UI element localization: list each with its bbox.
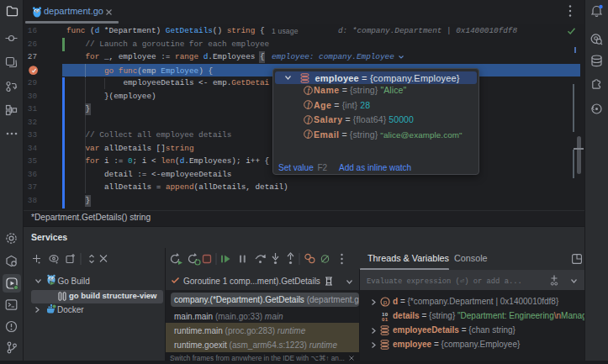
svg-text:f: f [307,115,310,124]
svg-text:p: p [383,298,388,306]
svg-text:f: f [307,101,310,109]
svg-text:f: f [307,130,310,139]
svg-text:01: 01 [382,316,389,321]
svg-text:f: f [307,87,310,95]
